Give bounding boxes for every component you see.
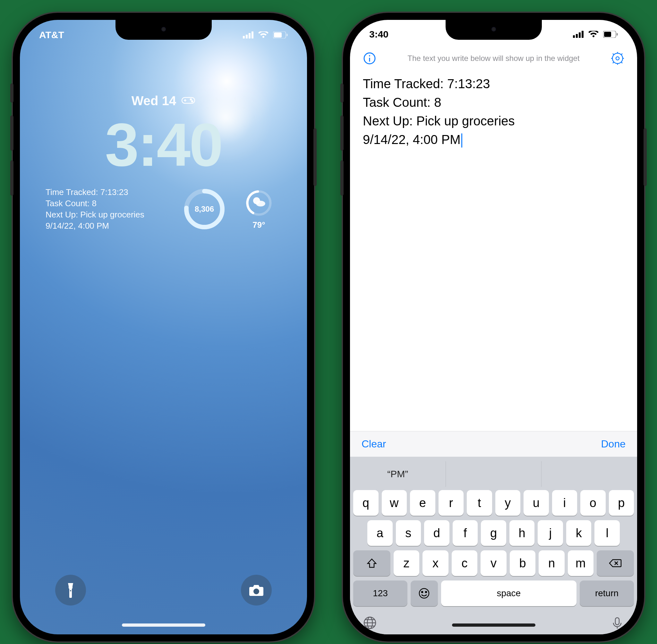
key-i[interactable]: i — [552, 490, 577, 516]
globe-key[interactable] — [363, 616, 377, 631]
key-t[interactable]: t — [467, 490, 492, 516]
cellular-icon — [243, 31, 254, 39]
svg-rect-2 — [249, 33, 251, 39]
svg-point-44 — [425, 591, 427, 593]
key-a[interactable]: a — [367, 520, 393, 546]
clear-button[interactable]: Clear — [362, 438, 386, 450]
svg-rect-0 — [243, 36, 245, 39]
suggestion[interactable]: “PM” — [350, 461, 446, 487]
svg-rect-1 — [246, 34, 248, 39]
phone-left: AT&T Wed 14 — [13, 13, 314, 641]
svg-rect-25 — [604, 32, 611, 37]
svg-point-11 — [191, 101, 193, 102]
key-f[interactable]: f — [453, 520, 478, 546]
svg-rect-20 — [573, 35, 575, 38]
key-l[interactable]: l — [594, 520, 620, 546]
key-s[interactable]: s — [396, 520, 421, 546]
widget-line: Task Count: 8 — [46, 198, 172, 209]
keyboard: “PM” qwertyuiop asdfghjkl zxcvbnm — [350, 457, 637, 635]
activity-ring-widget[interactable]: 8,306 — [182, 187, 227, 232]
notch — [115, 20, 212, 40]
key-n[interactable]: n — [539, 550, 564, 576]
key-m[interactable]: m — [568, 550, 593, 576]
key-r[interactable]: r — [438, 490, 464, 516]
wifi-icon — [588, 31, 598, 38]
cellular-icon — [573, 31, 584, 38]
key-h[interactable]: h — [509, 520, 535, 546]
key-x[interactable]: x — [423, 550, 448, 576]
key-v[interactable]: v — [480, 550, 506, 576]
gamepad-icon — [181, 94, 195, 108]
space-key[interactable]: space — [441, 580, 577, 606]
phone-right: 3:40 The text you write b — [343, 13, 644, 641]
widget-line: Time Tracked: 7:13:23 — [46, 187, 172, 198]
lock-date: Wed 14 — [132, 94, 176, 108]
key-c[interactable]: c — [452, 550, 477, 576]
flashlight-button[interactable] — [55, 575, 86, 605]
suggestion-empty[interactable] — [446, 461, 542, 487]
camera-button[interactable] — [241, 575, 272, 605]
info-button[interactable] — [362, 50, 378, 66]
svg-point-10 — [190, 99, 191, 100]
ring-value: 8,306 — [182, 187, 227, 232]
suggestion-bar: “PM” — [350, 461, 637, 487]
numbers-key[interactable]: 123 — [353, 580, 407, 606]
key-q[interactable]: q — [353, 490, 379, 516]
weather-icon — [245, 189, 273, 217]
lock-time: 3:40 — [20, 110, 307, 180]
dictation-key[interactable] — [610, 616, 624, 631]
svg-point-30 — [612, 53, 623, 64]
svg-line-38 — [621, 53, 622, 54]
key-o[interactable]: o — [580, 490, 606, 516]
note-line: Time Tracked: 7:13:23 — [363, 74, 624, 93]
key-b[interactable]: b — [510, 550, 536, 576]
keyboard-row-4: 123 space return — [353, 580, 634, 606]
key-p[interactable]: p — [609, 490, 634, 516]
battery-icon — [273, 31, 288, 39]
app-screen: 3:40 The text you write b — [350, 20, 637, 635]
carrier-label: AT&T — [39, 29, 64, 40]
svg-rect-21 — [576, 34, 578, 38]
shift-key[interactable] — [353, 550, 390, 576]
text-cursor — [461, 133, 462, 147]
key-u[interactable]: u — [524, 490, 549, 516]
svg-line-36 — [613, 53, 614, 54]
svg-line-37 — [621, 62, 622, 63]
done-button[interactable]: Done — [601, 438, 626, 450]
svg-rect-26 — [617, 33, 618, 36]
home-indicator[interactable] — [122, 623, 205, 627]
home-indicator[interactable] — [452, 623, 536, 627]
return-key[interactable]: return — [580, 580, 634, 606]
keyboard-row-3: zxcvbnm — [353, 550, 634, 576]
lock-screen: AT&T Wed 14 — [20, 20, 307, 635]
svg-rect-23 — [582, 31, 584, 38]
note-textarea[interactable]: Time Tracked: 7:13:23 Task Count: 8 Next… — [350, 71, 637, 431]
keyboard-row-2: asdfghjkl — [353, 520, 634, 546]
svg-rect-5 — [274, 32, 282, 38]
key-z[interactable]: z — [393, 550, 419, 576]
svg-point-28 — [369, 55, 370, 56]
key-g[interactable]: g — [481, 520, 506, 546]
note-line: Task Count: 8 — [363, 93, 624, 112]
wifi-icon — [258, 31, 269, 39]
svg-rect-3 — [251, 31, 253, 39]
weather-widget[interactable]: 79° — [236, 187, 281, 232]
svg-point-19 — [253, 589, 259, 594]
key-y[interactable]: y — [495, 490, 521, 516]
app-toolbar: The text you write below will show up in… — [350, 46, 637, 71]
svg-line-39 — [613, 62, 614, 63]
key-j[interactable]: j — [538, 520, 563, 546]
key-w[interactable]: w — [382, 490, 407, 516]
suggestion-empty[interactable] — [542, 461, 637, 487]
svg-point-43 — [422, 591, 423, 593]
backspace-key[interactable] — [597, 550, 634, 576]
text-widget[interactable]: Time Tracked: 7:13:23 Task Count: 8 Next… — [46, 187, 172, 232]
key-k[interactable]: k — [566, 520, 592, 546]
emoji-key[interactable] — [411, 580, 438, 606]
key-d[interactable]: d — [424, 520, 449, 546]
key-e[interactable]: e — [410, 490, 435, 516]
lock-date-row: Wed 14 — [20, 94, 307, 108]
svg-point-42 — [419, 589, 429, 598]
settings-button[interactable] — [610, 50, 626, 66]
svg-rect-22 — [579, 32, 581, 38]
